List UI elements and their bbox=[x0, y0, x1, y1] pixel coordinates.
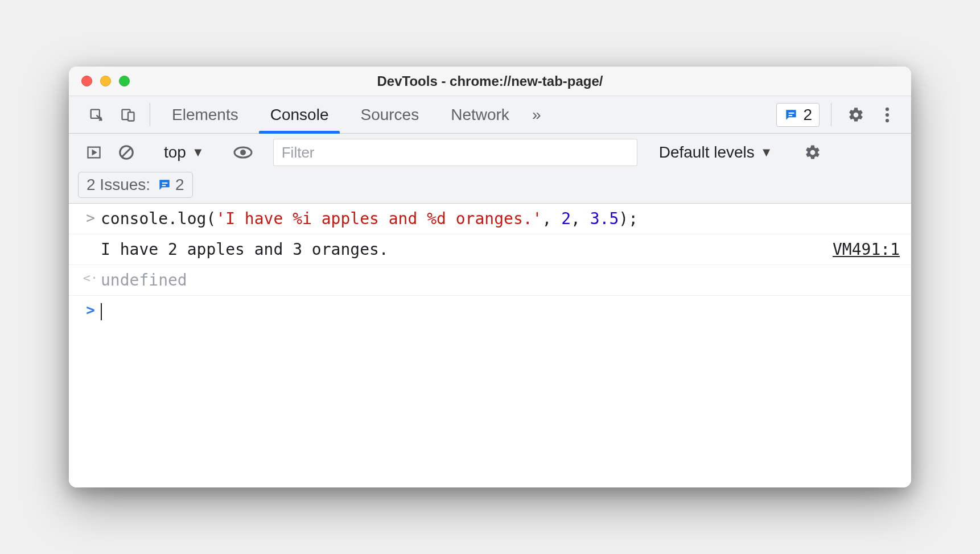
tab-elements[interactable]: Elements bbox=[156, 96, 254, 133]
issues-label: 2 Issues: bbox=[87, 176, 150, 194]
console-sidebar-toggle-icon[interactable] bbox=[78, 144, 110, 160]
traffic-lights bbox=[69, 76, 130, 86]
context-label: top bbox=[164, 143, 186, 162]
maximize-icon[interactable] bbox=[119, 76, 130, 86]
separator bbox=[831, 103, 831, 126]
tabbar: Elements Console Sources Network » 2 bbox=[69, 96, 911, 134]
console-return-value: undefined bbox=[101, 271, 900, 290]
svg-rect-13 bbox=[162, 183, 168, 184]
issues-chip[interactable]: 2 Issues: 2 bbox=[78, 172, 193, 198]
console-prompt-input[interactable] bbox=[101, 301, 900, 320]
console-prompt-row[interactable]: > bbox=[69, 296, 911, 326]
dropdown-triangle-icon: ▼ bbox=[192, 145, 204, 160]
log-levels-selector[interactable]: Default levels ▼ bbox=[650, 143, 782, 162]
tab-sources[interactable]: Sources bbox=[344, 96, 435, 133]
dropdown-triangle-icon: ▼ bbox=[760, 145, 773, 160]
input-chevron-icon: > bbox=[80, 209, 101, 226]
issues-badge-count: 2 bbox=[803, 106, 812, 124]
devtools-window: DevTools - chrome://new-tab-page/ Elemen… bbox=[69, 67, 911, 487]
clear-console-icon[interactable] bbox=[110, 144, 143, 161]
svg-point-7 bbox=[886, 118, 889, 122]
return-chevron-icon: <· bbox=[80, 271, 101, 285]
console-output-text: I have 2 apples and 3 oranges. bbox=[101, 240, 821, 259]
minimize-icon[interactable] bbox=[100, 76, 111, 86]
separator bbox=[150, 103, 150, 126]
tab-network[interactable]: Network bbox=[435, 96, 525, 133]
tab-more[interactable]: » bbox=[525, 96, 548, 133]
console-output-row: I have 2 apples and 3 oranges. VM491:1 bbox=[69, 234, 911, 265]
source-link[interactable]: VM491:1 bbox=[833, 240, 900, 259]
svg-point-5 bbox=[886, 107, 889, 110]
tab-console[interactable]: Console bbox=[254, 96, 345, 133]
more-menu-icon[interactable] bbox=[875, 96, 900, 133]
console-settings-gear-icon[interactable] bbox=[794, 144, 831, 161]
context-selector[interactable]: top ▼ bbox=[155, 143, 213, 162]
close-icon[interactable] bbox=[81, 76, 92, 86]
svg-point-12 bbox=[240, 150, 246, 155]
console-return-row: <· undefined bbox=[69, 265, 911, 296]
live-expression-icon[interactable] bbox=[225, 146, 261, 159]
issues-badge[interactable]: 2 bbox=[776, 103, 820, 127]
prompt-chevron-icon: > bbox=[80, 301, 101, 319]
filter-input[interactable] bbox=[273, 139, 637, 166]
text-cursor-icon bbox=[101, 303, 102, 320]
console-input-row: > console.log('I have %i apples and %d o… bbox=[69, 204, 911, 234]
svg-line-10 bbox=[122, 148, 131, 157]
device-toggle-icon[interactable] bbox=[112, 96, 144, 133]
svg-rect-3 bbox=[789, 112, 794, 113]
svg-point-6 bbox=[886, 113, 889, 116]
svg-rect-2 bbox=[128, 112, 134, 121]
svg-rect-14 bbox=[162, 185, 166, 186]
console-input-code: console.log('I have %i apples and %d ora… bbox=[101, 209, 900, 228]
inspect-element-icon[interactable] bbox=[80, 96, 112, 133]
console-body[interactable]: > console.log('I have %i apples and %d o… bbox=[69, 204, 911, 487]
levels-label: Default levels bbox=[659, 143, 755, 162]
settings-gear-icon[interactable] bbox=[837, 96, 875, 133]
console-toolbar: top ▼ Default levels ▼ 2 Issues: bbox=[69, 134, 911, 204]
window-title: DevTools - chrome://new-tab-page/ bbox=[69, 73, 911, 89]
issues-count: 2 bbox=[175, 176, 184, 194]
titlebar: DevTools - chrome://new-tab-page/ bbox=[69, 67, 911, 96]
svg-rect-4 bbox=[789, 115, 793, 116]
